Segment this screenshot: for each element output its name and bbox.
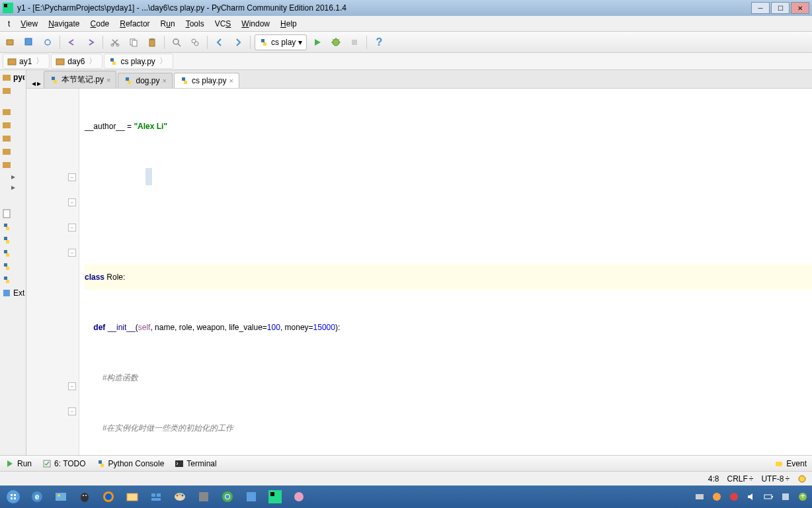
line-separator[interactable]: CRLF ÷ [727,474,753,484]
replace-button[interactable] [187,34,203,50]
bottom-tool-bar: Run 6: TODO Python Console Terminal Even… [0,455,812,471]
py-file-item[interactable] [1,261,24,273]
expand-arrow[interactable]: ▸ [7,172,20,181]
app-icon[interactable] [241,487,262,506]
code-editor[interactable]: − − − − − − __author__ = "Alex Li" class… [26,89,812,455]
tray-icon[interactable] [727,490,741,503]
gutter[interactable]: − − − − − − [26,89,79,455]
copy-button[interactable] [126,34,142,50]
editor-tab[interactable]: dog.py × [118,73,172,88]
fold-marker[interactable]: − [68,224,76,232]
menu-refactor[interactable]: Refactor [114,18,155,30]
save-all-button[interactable] [21,34,37,50]
pycharm-taskbar-icon[interactable] [264,487,286,506]
chrome-icon[interactable] [217,487,238,506]
external-libs[interactable]: Exte [1,287,24,299]
file-item[interactable] [1,208,24,220]
help-button[interactable]: ? [371,34,387,50]
menu-window[interactable]: Window [236,18,275,30]
chevron-right-icon: 〉 [36,56,44,67]
py-file-item[interactable] [1,274,24,286]
run-panel-tab[interactable]: Run [5,459,32,468]
close-tab-icon[interactable]: × [162,77,166,85]
firefox-icon[interactable] [98,487,119,506]
open-button[interactable] [3,34,19,50]
forward-button[interactable] [230,34,246,50]
folder-item[interactable] [1,85,24,97]
folder-item[interactable] [1,132,24,144]
python-console-tab[interactable]: Python Console [97,459,165,468]
menu-vcs[interactable]: VCS [210,18,237,30]
action-center-icon[interactable]: + [796,490,809,503]
app-icon[interactable] [193,487,214,506]
maximize-button[interactable]: ☐ [771,2,790,14]
find-button[interactable] [169,34,184,50]
start-button[interactable] [3,487,24,506]
taskview-icon[interactable] [145,487,167,506]
close-tab-icon[interactable]: × [106,76,110,84]
ie-icon[interactable]: e [26,487,48,506]
svg-rect-1 [4,4,7,7]
breadcrumb-item[interactable]: ay1 〉 [3,54,50,69]
fold-marker[interactable]: − [68,173,76,181]
app-icon[interactable] [288,487,309,506]
paint-icon[interactable] [169,487,190,506]
paste-button[interactable] [144,34,160,50]
menu-tools[interactable]: Tools [181,18,210,30]
run-config-selector[interactable]: cs play ▾ [255,34,307,50]
menu-navigate[interactable]: Navigate [43,18,85,30]
qq-icon[interactable] [74,487,95,506]
sync-button[interactable] [40,34,56,50]
event-log-tab[interactable]: Event [774,459,807,468]
tab-nav-left[interactable]: ◂ [32,79,36,88]
folder-item[interactable] [1,146,24,157]
menu-code[interactable]: Code [85,18,115,30]
py-file-item[interactable] [1,247,24,259]
undo-button[interactable] [64,34,80,50]
close-tab-icon[interactable]: × [229,77,233,85]
encoding[interactable]: UTF-8 ÷ [761,474,790,484]
svg-point-49 [179,493,181,495]
folder-item[interactable] [1,119,24,131]
back-button[interactable] [212,34,227,50]
expand-arrow[interactable]: ▸ [7,183,20,192]
menu-view[interactable]: View [15,18,43,30]
editor-tab-active[interactable]: cs play.py × [174,73,239,88]
tray-icon[interactable] [693,490,706,503]
debug-button[interactable] [328,34,344,50]
fold-marker[interactable]: − [68,198,76,206]
project-root[interactable]: pyd [1,71,24,83]
battery-icon[interactable] [762,490,775,503]
stop-button[interactable] [346,34,362,50]
menu-t[interactable]: t [3,18,15,30]
inspection-icon[interactable] [797,474,807,484]
py-file-item[interactable] [1,221,24,233]
fold-marker[interactable]: − [68,249,76,257]
tray-icon[interactable] [710,490,723,503]
fold-marker[interactable]: − [68,407,76,415]
editor-tab[interactable]: 本节笔记.py × [44,71,116,88]
redo-button[interactable] [83,34,99,50]
close-button[interactable]: ✕ [791,2,809,14]
explorer-icon[interactable] [122,487,143,506]
breadcrumb-item[interactable]: cs play.py 〉 [104,54,173,69]
fold-marker[interactable]: − [68,382,76,390]
folder-item[interactable] [1,159,24,171]
folder-item[interactable] [1,106,24,118]
volume-icon[interactable] [745,490,758,503]
menu-run[interactable]: Run [155,18,181,30]
cut-button[interactable] [107,34,123,50]
terminal-tab[interactable]: Terminal [175,459,216,468]
code-content[interactable]: __author__ = "Alex Li" class Role: def _… [79,89,812,455]
cursor-position[interactable]: 4:8 [708,474,719,484]
breadcrumb-bar: ay1 〉 day6 〉 cs play.py 〉 [0,53,812,70]
menu-help[interactable]: Help [275,18,302,30]
tab-nav-right[interactable]: ▸ [37,79,41,88]
minimize-button[interactable]: ─ [751,2,770,14]
breadcrumb-item[interactable]: day6 〉 [51,54,102,69]
py-file-item[interactable] [1,234,24,246]
todo-panel-tab[interactable]: 6: TODO [42,459,86,468]
run-button[interactable] [309,34,325,50]
tray-icon[interactable] [779,490,792,503]
photos-icon[interactable] [50,487,71,506]
